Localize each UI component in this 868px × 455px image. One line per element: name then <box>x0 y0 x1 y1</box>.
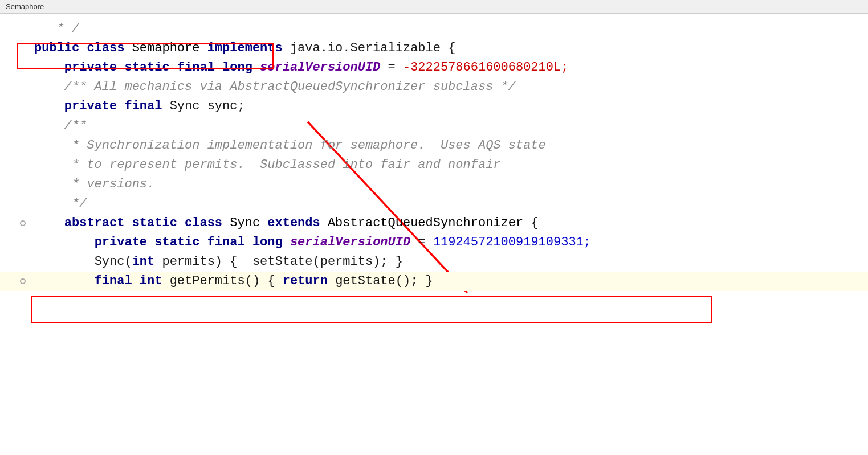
token-kw: extends <box>267 214 328 233</box>
token-comment: / <box>72 19 79 39</box>
indent-space <box>34 175 64 194</box>
token-kw: class <box>87 39 132 58</box>
token-kw: private <box>64 97 125 116</box>
code-line: private static final long serialVersionU… <box>0 58 868 77</box>
token-kw: private <box>95 233 155 252</box>
token-comment: * versions. <box>64 175 154 194</box>
token-number-neg: -3222578661600680210L; <box>403 58 568 77</box>
indent-space <box>34 233 95 252</box>
token-plain: java.io.Serializable { <box>290 39 455 58</box>
token-number: 11924572100919109331; <box>433 233 591 252</box>
indent-space <box>34 155 64 175</box>
token-plain: Sync( <box>95 252 132 272</box>
indent-space <box>34 19 49 39</box>
token-kw: implements <box>207 39 290 58</box>
gutter-cell <box>17 220 28 226</box>
code-line: * / <box>0 19 868 39</box>
token-comment: * to represent permits. Subclassed into … <box>64 155 501 175</box>
token-kw: static <box>124 58 177 77</box>
token-kw: public <box>34 39 87 58</box>
code-line: public class Semaphore implements java.i… <box>0 39 868 58</box>
token-extends-name: AbstractQueuedSynchronizer <box>328 214 531 233</box>
token-plain: getPermits() { <box>170 272 283 291</box>
token-kw: return <box>283 272 335 291</box>
token-kw: long <box>252 233 290 252</box>
token-plain: permits) { setState(permits); } <box>162 252 402 272</box>
token-comment: * Synchronization implementation for sem… <box>64 136 546 155</box>
token-classname: Sync <box>230 214 267 233</box>
code-lines: * /public class Semaphore implements jav… <box>0 19 868 291</box>
token-kw: abstract <box>64 214 132 233</box>
token-plain: = <box>410 233 433 252</box>
indent-space <box>34 136 64 155</box>
token-plain: Sync sync; <box>170 97 245 116</box>
code-line: * to represent permits. Subclassed into … <box>0 155 868 175</box>
indent-space <box>34 252 95 272</box>
token-comment: */ <box>64 194 87 214</box>
code-line: private final Sync sync; <box>0 97 868 116</box>
token-comment: /** <box>64 116 87 136</box>
code-line: Sync(int permits) { setState(permits); } <box>0 252 868 272</box>
gutter-dot <box>20 220 26 226</box>
token-kw: final <box>177 58 222 77</box>
token-kw: static <box>154 233 207 252</box>
indent-space <box>34 116 64 136</box>
token-kw: static <box>132 214 185 233</box>
token-field: serialVersionUID <box>290 233 410 252</box>
gutter-cell <box>17 278 28 284</box>
indent-space <box>34 97 64 116</box>
code-line: */ <box>0 194 868 214</box>
token-field: serialVersionUID <box>260 58 380 77</box>
abstract-class-box <box>31 296 712 323</box>
title-bar: Semaphore <box>0 0 868 14</box>
token-kw: final <box>207 233 252 252</box>
token-kw: class <box>185 214 230 233</box>
token-classname: Semaphore <box>132 39 207 58</box>
token-kw: final <box>124 97 169 116</box>
code-line: abstract static class Sync extends Abstr… <box>0 214 868 233</box>
token-comment: /** All mechanics via AbstractQueuedSync… <box>64 77 516 97</box>
code-area: * /public class Semaphore implements jav… <box>0 14 868 446</box>
token-kw: long <box>222 58 260 77</box>
token-plain: { <box>531 214 538 233</box>
indent-space <box>34 272 95 291</box>
token-kw: final <box>95 272 140 291</box>
code-line: private static final long serialVersionU… <box>0 233 868 252</box>
token-kw: private <box>64 58 125 77</box>
code-line: * versions. <box>0 175 868 194</box>
code-line: final int getPermits() { return getState… <box>0 272 868 291</box>
indent-space <box>34 194 64 214</box>
code-line: /** All mechanics via AbstractQueuedSync… <box>0 77 868 97</box>
indent-space <box>34 214 64 233</box>
token-kw: int <box>132 252 162 272</box>
token-comment: * <box>49 19 72 39</box>
token-kw: int <box>140 272 170 291</box>
window-title: Semaphore <box>6 2 44 11</box>
code-line: /** <box>0 116 868 136</box>
token-plain: = <box>380 58 403 77</box>
code-line: * Synchronization implementation for sem… <box>0 136 868 155</box>
token-plain: getState(); } <box>335 272 433 291</box>
gutter-dot <box>20 278 26 284</box>
indent-space <box>34 58 64 77</box>
indent-space <box>34 77 64 97</box>
